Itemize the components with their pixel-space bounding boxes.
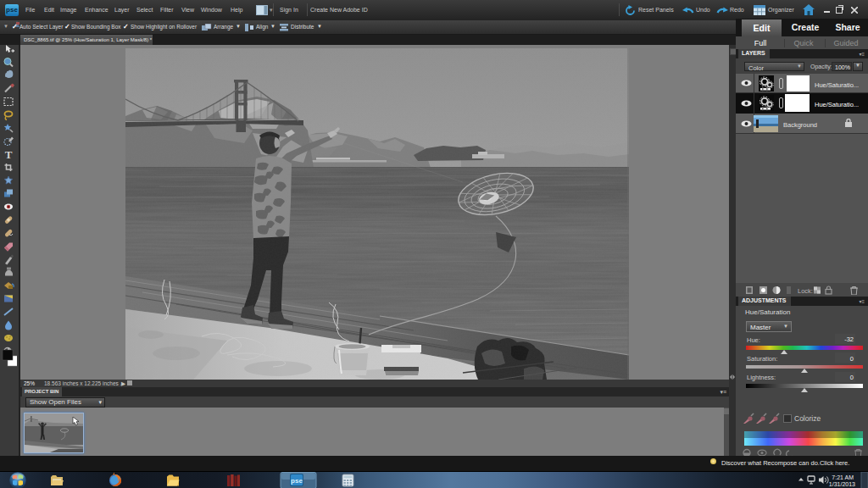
svg-text:pse: pse bbox=[291, 477, 303, 485]
svg-text:1/31/2013: 1/31/2013 bbox=[829, 481, 855, 487]
svg-text:T: T bbox=[5, 148, 13, 161]
svg-text:7:21 AM: 7:21 AM bbox=[832, 474, 854, 480]
svg-text:Lock:: Lock: bbox=[798, 287, 813, 295]
